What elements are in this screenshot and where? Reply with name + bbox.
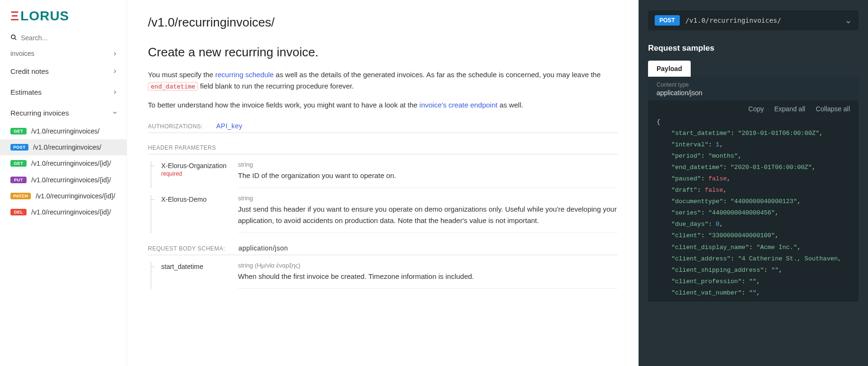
nav-item-credit-notes[interactable]: Credit notes › [0, 61, 127, 81]
nav-label: invoices [10, 50, 35, 57]
method-badge: GET [10, 128, 27, 134]
chevron-right-icon: › [114, 49, 116, 58]
method-badge: POST [10, 144, 28, 151]
endpoint-bar[interactable]: POST /v1.0/recurringinvoices/ ⌄ [648, 10, 859, 30]
authorizations-row: AUTHORIZATIONS: API_key [148, 118, 618, 133]
request-samples: Request samples Payload Content type app… [648, 44, 859, 302]
endpoint-path-text: /v1.0/recurringinvoices/ [31, 127, 121, 135]
logo-mark: Ξ [10, 9, 19, 24]
logo: ΞLORUS [10, 9, 116, 24]
logo-text: LORUS [20, 9, 69, 24]
param-name-col: X-Elorus-Organizationrequired [161, 161, 231, 188]
request-body-label: REQUEST BODY SCHEMA: [148, 245, 225, 252]
endpoint-path-text: /v1.0/recurringinvoices/ [33, 143, 121, 152]
param-name: start_datetime [161, 263, 231, 270]
param-desc: The ID of the organization you want to o… [238, 170, 618, 181]
param-row: start_datetimestring (Ημ/νία έναρξης)Whe… [148, 255, 618, 289]
request-body-content-type: application/json [238, 244, 288, 252]
chevron-down-icon: › [110, 111, 119, 114]
param-desc-col: string (Ημ/νία έναρξης)When should the f… [238, 262, 618, 289]
copy-button[interactable]: Copy [749, 105, 764, 113]
endpoint-path: /v1.0/recurringinvoices/ [685, 17, 839, 24]
content-type-label: Content type [657, 81, 850, 88]
brand-area: ΞLORUS [0, 0, 127, 28]
sidebar-endpoint[interactable]: POST/v1.0/recurringinvoices/ [0, 139, 127, 155]
nav-item-estimates[interactable]: Estimates › [0, 81, 127, 102]
param-desc-col: stringThe ID of the organization you wan… [238, 161, 618, 188]
inline-code-end-datetime: end_datetime [148, 82, 198, 91]
sidebar-endpoint[interactable]: GET/v1.0/recurringinvoices/ [0, 123, 127, 139]
code-actions: Copy Expand all Collapse all [648, 100, 859, 115]
chevron-right-icon: › [114, 88, 116, 96]
content-type-row: Content type application/json [648, 77, 859, 100]
endpoint-path-heading: /v1.0/recurringinvoices/ [148, 15, 618, 30]
nav-group: invoices › Credit notes › Estimates › Re… [0, 46, 127, 220]
right-panel: POST /v1.0/recurringinvoices/ ⌄ Request … [639, 0, 868, 366]
tab-payload[interactable]: Payload [648, 61, 691, 77]
sidebar-endpoint[interactable]: GET/v1.0/recurringinvoices/{id}/ [0, 155, 127, 171]
content-type-value: application/json [657, 89, 850, 97]
param-name-col: X-Elorus-Demo [161, 195, 231, 233]
param-desc-col: stringJust send this header if you want … [238, 195, 618, 233]
json-body[interactable]: { "start_datetime": "2019-01-01T06:00:00… [648, 115, 859, 302]
endpoint-path-text: /v1.0/recurringinvoices/{id}/ [31, 159, 121, 168]
code-box: Content type application/json Copy Expan… [648, 77, 859, 302]
param-type: string [238, 161, 618, 168]
method-badge: POST [655, 15, 680, 26]
authorizations-label: AUTHORIZATIONS: [148, 123, 203, 130]
sidebar-endpoint[interactable]: PUT/v1.0/recurringinvoices/{id}/ [0, 172, 127, 188]
param-name: X-Elorus-Organization [161, 162, 231, 170]
intro-paragraph: You must specify the recurring schedule … [148, 69, 618, 92]
param-row: X-Elorus-DemostringJust send this header… [148, 188, 618, 233]
endpoint-path-text: /v1.0/recurringinvoices/{id}/ [31, 176, 121, 184]
param-desc: When should the first invoice be created… [238, 271, 618, 282]
param-name-col: start_datetime [161, 262, 231, 289]
param-required: required [161, 170, 231, 177]
method-badge: PUT [10, 177, 27, 183]
nav-item-recurring-invoices[interactable]: Recurring invoices › [0, 102, 127, 123]
header-params-label: HEADER PARAMETERS [148, 141, 618, 154]
svg-line-1 [15, 38, 17, 40]
endpoint-path-text: /v1.0/recurringinvoices/{id}/ [31, 208, 121, 216]
tree-connector [148, 262, 155, 289]
endpoint-list: GET/v1.0/recurringinvoices/POST/v1.0/rec… [0, 123, 127, 220]
nav-collapsed-invoices[interactable]: invoices › [0, 46, 127, 61]
page-title: Create a new recurring invoice. [148, 45, 618, 60]
chevron-right-icon: › [114, 67, 116, 75]
method-badge: DEL [10, 209, 27, 215]
tree-connector [148, 195, 155, 233]
second-paragraph: To better understand how the invoice fie… [148, 99, 618, 111]
chevron-down-icon: ⌄ [845, 15, 852, 26]
sidebar-endpoint[interactable]: DEL/v1.0/recurringinvoices/{id}/ [0, 204, 127, 220]
search-icon [10, 34, 17, 42]
param-type: string [238, 195, 618, 202]
search-input[interactable] [10, 32, 116, 44]
param-row: X-Elorus-OrganizationrequiredstringThe I… [148, 154, 618, 188]
link-invoice-create-endpoint[interactable]: invoice's create endpoint [420, 101, 498, 109]
method-badge: PATCH [10, 193, 31, 199]
param-type: string (Ημ/νία έναρξης) [238, 262, 618, 269]
request-body-label-row: REQUEST BODY SCHEMA: application/json [148, 241, 618, 255]
sidebar: ΞLORUS invoices › Credit notes › Estimat… [0, 0, 127, 366]
nav-label: Recurring invoices [10, 109, 69, 117]
sidebar-endpoint[interactable]: PATCH/v1.0/recurringinvoices/{id}/ [0, 188, 127, 204]
endpoint-path-text: /v1.0/recurringinvoices/{id}/ [36, 192, 121, 200]
main-content: /v1.0/recurringinvoices/ Create a new re… [127, 0, 639, 366]
param-desc: Just send this header if you want to ens… [238, 204, 618, 226]
request-samples-heading: Request samples [648, 44, 859, 53]
nav-label: Estimates [10, 88, 42, 96]
tree-connector [148, 161, 155, 188]
collapse-all-button[interactable]: Collapse all [816, 105, 850, 113]
nav-label: Credit notes [10, 67, 49, 75]
link-recurring-schedule[interactable]: recurring schedule [215, 71, 274, 79]
method-badge: GET [10, 160, 27, 167]
search-row [0, 28, 127, 46]
authorizations-value[interactable]: API_key [216, 122, 243, 130]
svg-point-0 [11, 35, 15, 39]
param-name: X-Elorus-Demo [161, 196, 231, 203]
expand-all-button[interactable]: Expand all [774, 105, 805, 113]
